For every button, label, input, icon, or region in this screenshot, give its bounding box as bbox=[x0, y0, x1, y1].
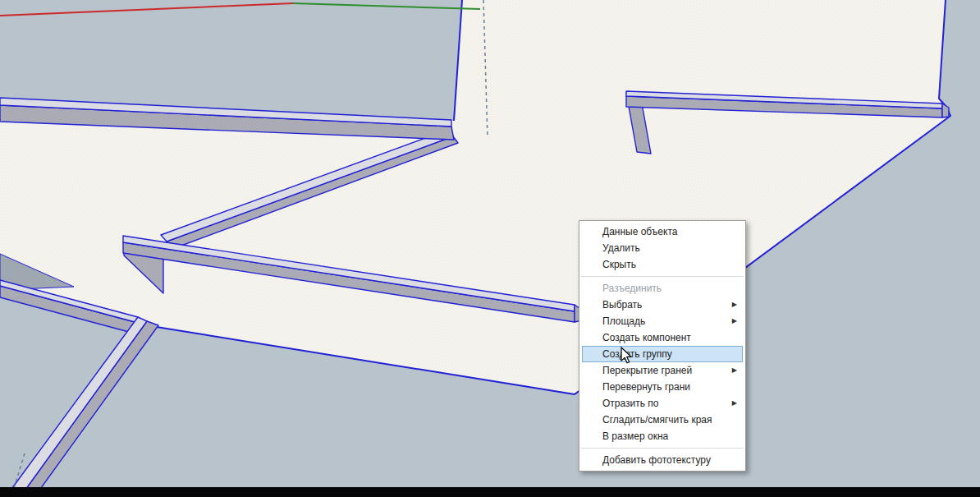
menu-separator bbox=[581, 448, 744, 449]
menu-item-label: Удалить bbox=[602, 242, 640, 254]
menu-separator bbox=[581, 276, 744, 277]
menu-item-add-photo-texture[interactable]: Добавить фототекстуру bbox=[582, 452, 743, 468]
menu-item-label: В размер окна bbox=[602, 430, 668, 442]
menu-item-flip-along[interactable]: Отразить по▶ bbox=[582, 395, 743, 412]
menu-item-reverse-faces[interactable]: Перевернуть грани bbox=[582, 379, 743, 395]
menu-item-make-group[interactable]: Создать группу bbox=[582, 346, 743, 362]
submenu-arrow-icon: ▶ bbox=[732, 314, 737, 329]
menu-item-label: Выбрать bbox=[602, 299, 642, 311]
menu-item-label: Создать группу bbox=[602, 348, 672, 360]
menu-item-explode: Разъединить bbox=[582, 280, 743, 297]
menu-item-label: Добавить фототекстуру bbox=[602, 454, 711, 466]
submenu-arrow-icon: ▶ bbox=[732, 363, 737, 378]
sketchup-viewport[interactable]: Данные объектаУдалитьСкрытьРазъединитьВы… bbox=[0, 0, 980, 497]
model-scene bbox=[0, 0, 980, 497]
menu-item-label: Площадь bbox=[602, 315, 645, 327]
menu-item-make-component[interactable]: Создать компонент bbox=[582, 329, 743, 346]
menu-item-delete[interactable]: Удалить bbox=[582, 240, 743, 256]
menu-item-label: Разъединить bbox=[602, 283, 662, 294]
menu-item-area[interactable]: Площадь▶ bbox=[582, 313, 743, 329]
submenu-arrow-icon: ▶ bbox=[732, 297, 737, 312]
menu-item-select[interactable]: Выбрать▶ bbox=[582, 297, 743, 313]
menu-item-intersect-faces[interactable]: Перекрытие граней▶ bbox=[582, 362, 743, 379]
menu-item-label: Отразить по bbox=[602, 398, 659, 409]
menu-item-label: Перекрытие граней bbox=[602, 365, 692, 376]
context-menu: Данные объектаУдалитьСкрытьРазъединитьВы… bbox=[579, 220, 746, 472]
bottom-bar bbox=[0, 487, 980, 497]
menu-item-label: Скрыть bbox=[602, 259, 636, 270]
menu-item-label: Создать компонент bbox=[602, 332, 691, 343]
submenu-arrow-icon: ▶ bbox=[732, 396, 737, 411]
menu-item-label: Сгладить/смягчить края bbox=[602, 414, 712, 426]
menu-item-object-data[interactable]: Данные объекта bbox=[582, 223, 743, 240]
menu-item-label: Данные объекта bbox=[602, 226, 677, 237]
menu-item-label: Перевернуть грани bbox=[602, 381, 690, 393]
menu-item-soften-smooth-edges[interactable]: Сгладить/смягчить края bbox=[582, 412, 743, 428]
mouse-cursor-icon bbox=[621, 347, 635, 365]
menu-item-zoom-extents[interactable]: В размер окна bbox=[582, 428, 743, 444]
menu-item-hide[interactable]: Скрыть bbox=[582, 256, 743, 273]
